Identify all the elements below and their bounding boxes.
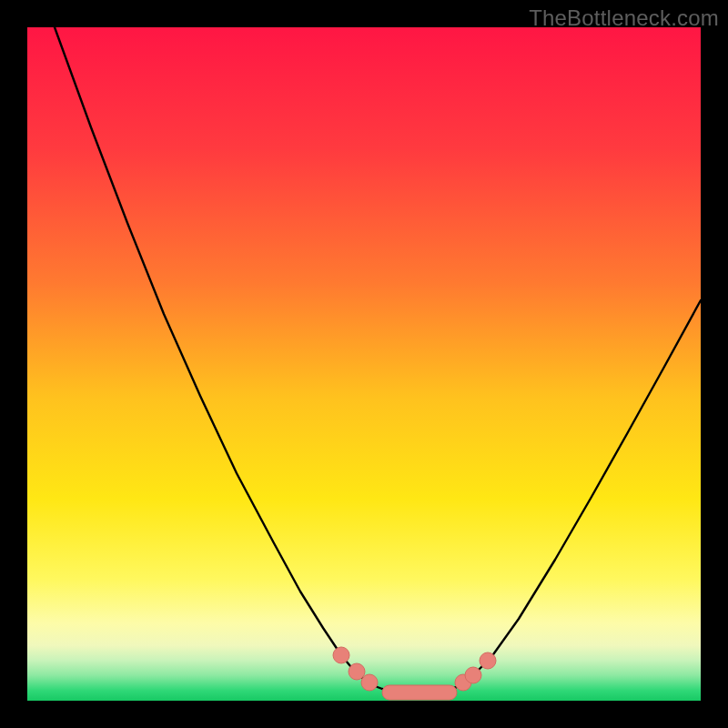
highlight-dot — [361, 674, 378, 691]
highlight-dot — [480, 652, 496, 669]
highlight-dot — [333, 647, 349, 663]
valley-floor-pill — [382, 685, 457, 700]
bottleneck-curve — [55, 27, 701, 693]
highlight-dot — [349, 663, 365, 680]
highlight-dots-group — [333, 647, 496, 691]
outer-frame: TheBottleneck.com — [0, 0, 728, 728]
curve-layer — [27, 27, 701, 701]
watermark-text: TheBottleneck.com — [529, 5, 719, 31]
highlight-dot — [465, 667, 481, 683]
